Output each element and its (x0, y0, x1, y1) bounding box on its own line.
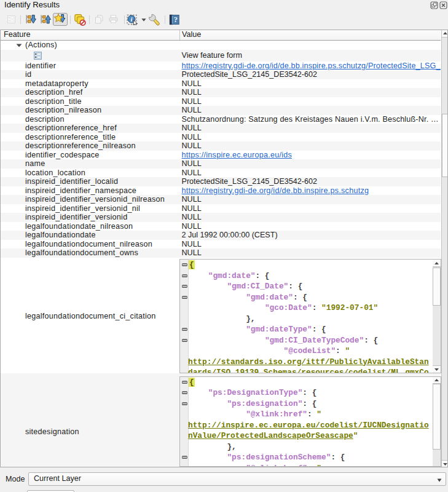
svg-text:?: ? (174, 15, 178, 24)
svg-text:i: i (131, 15, 133, 22)
